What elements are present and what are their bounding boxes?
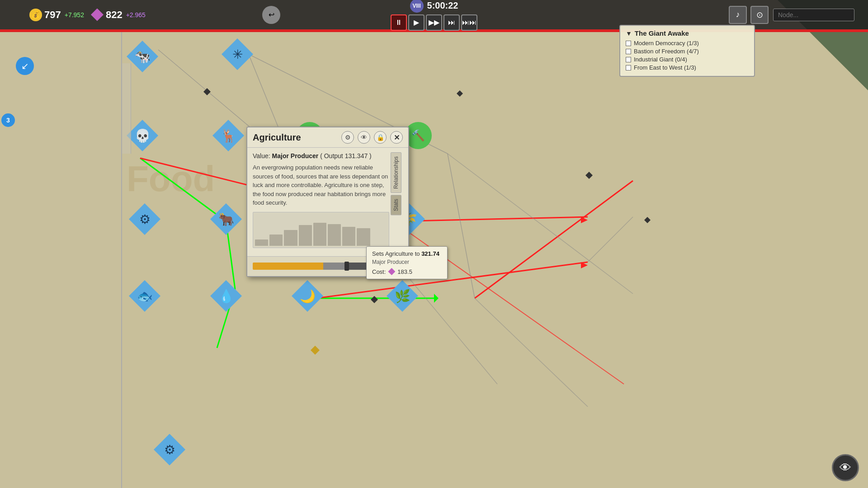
chart-area: [253, 212, 389, 248]
svg-line-19: [475, 298, 588, 407]
chart-bar-6: [328, 224, 341, 246]
quest-check-1[interactable]: [626, 41, 631, 46]
music-button[interactable]: ♪: [729, 6, 747, 24]
map-marker-6: [644, 217, 651, 223]
mini-panel: [122, 63, 131, 154]
dialog-icons: ⚙ 👁 🔒 ✕: [341, 131, 403, 144]
node-crop[interactable]: 🌿: [387, 280, 418, 312]
map-marker-4: [457, 90, 463, 97]
tooltip-cost: Cost: 183.5: [372, 268, 442, 275]
chart-bar-3: [284, 230, 297, 246]
node-bull[interactable]: 🐂: [210, 203, 242, 235]
chart-bar-7: [342, 227, 355, 246]
value-label: Value:: [253, 152, 270, 160]
quest-label-3: Industrial Giant (0/4): [634, 56, 687, 63]
map-marker-1: [203, 88, 211, 95]
timer-row: VIII 5:00:22: [410, 0, 458, 13]
gem-value: 822: [106, 9, 123, 21]
gem-delta: +2.965: [126, 11, 146, 19]
map-marker-3: [311, 346, 320, 355]
node-skull[interactable]: 💀: [127, 120, 158, 151]
relationships-tab[interactable]: Relationships: [391, 152, 401, 193]
dialog-main: Value: Major Producer ( Output 131.347 )…: [253, 152, 389, 252]
side-tabs: Relationships Stats: [389, 152, 403, 252]
media-controls: ♪ ⊙: [729, 6, 769, 24]
close-button[interactable]: ✕: [390, 131, 403, 144]
svg-marker-22: [581, 262, 588, 268]
dialog-header: Agriculture ⚙ 👁 🔒 ✕: [247, 127, 408, 148]
num-badge: 3: [1, 113, 15, 127]
node-search-input[interactable]: [773, 9, 854, 21]
back-button[interactable]: ↩: [262, 6, 280, 24]
node-animal2[interactable]: 🦌: [212, 120, 244, 151]
svg-line-10: [475, 181, 633, 298]
center-controls: VIII 5:00:22 ⏸ ▶ ▶▶ ⏭ ⏭⏭: [391, 0, 477, 31]
node-fish[interactable]: 🐟: [129, 280, 160, 312]
dialog-body: Value: Major Producer ( Output 131.347 )…: [247, 148, 408, 256]
node-windmill[interactable]: ⚙: [129, 203, 160, 235]
tooltip-title: Sets Agriculture to 321.74: [372, 250, 442, 257]
node-sun-top[interactable]: ✳: [222, 38, 253, 70]
quest-panel: ▼ The Giant Awake Modern Democracy (1/3)…: [619, 25, 755, 77]
chart-bar-2: [269, 235, 283, 246]
svg-line-17: [448, 154, 633, 294]
quest-item-2: Bastion of Freedom (4/7): [626, 48, 749, 55]
back-icon: ↩: [269, 10, 274, 19]
settings-icon[interactable]: ⚙: [341, 131, 354, 144]
quest-check-2[interactable]: [626, 49, 631, 54]
chart-bar-1: [255, 239, 268, 246]
node-water[interactable]: 💧: [210, 280, 242, 312]
svg-line-15: [448, 154, 475, 298]
chart-bar-4: [299, 225, 312, 246]
description-text: An evergrowing population needs new reli…: [253, 163, 389, 207]
quest-item-4: From East to West (1/3): [626, 64, 749, 71]
node-bottom-left[interactable]: ⚙: [154, 434, 185, 465]
quest-label-4: From East to West (1/3): [634, 64, 696, 71]
map-marker-5: [585, 172, 593, 179]
gold-value: 797: [44, 9, 61, 21]
node-sun-moon[interactable]: 🌙: [292, 280, 323, 312]
quest-check-4[interactable]: [626, 65, 631, 70]
pause-button[interactable]: ⏸: [391, 14, 407, 31]
lock-icon[interactable]: 🔒: [374, 131, 387, 144]
gem-resource: 822 +2.965: [91, 9, 146, 21]
cost-label: Cost:: [372, 268, 386, 275]
play-button[interactable]: ▶: [408, 14, 425, 31]
quest-title-row: ▼ The Giant Awake: [626, 29, 749, 37]
chart-bar-5: [313, 223, 326, 245]
stats-tab[interactable]: Stats: [391, 195, 401, 215]
tooltip-title-text: Sets Agriculture to: [372, 250, 420, 257]
watermark-text: Food: [127, 158, 215, 200]
map-marker-arrow: [371, 296, 378, 303]
value-line: Value: Major Producer ( Output 131.347 ): [253, 152, 389, 160]
eye-button[interactable]: 👁: [832, 454, 859, 481]
playback-controls: ⏸ ▶ ▶▶ ⏭ ⏭⏭: [391, 14, 477, 31]
eye-icon: 👁: [840, 461, 851, 475]
skip-button[interactable]: ⏭⏭: [461, 14, 477, 31]
output-label: ( Output 131.347 ): [320, 152, 372, 160]
slider-track[interactable]: [253, 263, 370, 270]
play-fast-button[interactable]: ▶▶: [426, 14, 442, 31]
forward-button[interactable]: ⏭: [443, 14, 460, 31]
left-panel: ↙ 3: [0, 32, 122, 488]
camera-button[interactable]: ⊙: [750, 6, 769, 24]
tooltip: Sets Agriculture to 321.74 Major Produce…: [366, 246, 448, 279]
tooltip-value: 321.74: [421, 250, 439, 257]
svg-marker-6: [434, 294, 439, 303]
eye-dialog-icon[interactable]: 👁: [358, 131, 370, 144]
quest-arrow: ▼: [626, 30, 632, 37]
nav-indicator[interactable]: ↙: [16, 57, 34, 75]
node-cattle-top[interactable]: 🐄: [127, 41, 158, 72]
gold-resource: 💰 797 +7.952: [29, 9, 84, 21]
speed-badge: VIII: [410, 0, 424, 13]
cost-gem-icon: [388, 268, 395, 275]
quest-check-3[interactable]: [626, 57, 631, 62]
timer-display: 5:00:22: [427, 0, 458, 11]
quest-label-1: Modern Democracy (1/3): [634, 40, 699, 47]
dialog-title: Agriculture: [253, 132, 301, 143]
quest-label-2: Bastion of Freedom (4/7): [634, 48, 699, 55]
slider-thumb[interactable]: [344, 262, 349, 271]
svg-marker-20: [581, 217, 588, 223]
tooltip-subtitle: Major Producer: [372, 259, 442, 265]
cost-value: 183.5: [397, 268, 412, 275]
